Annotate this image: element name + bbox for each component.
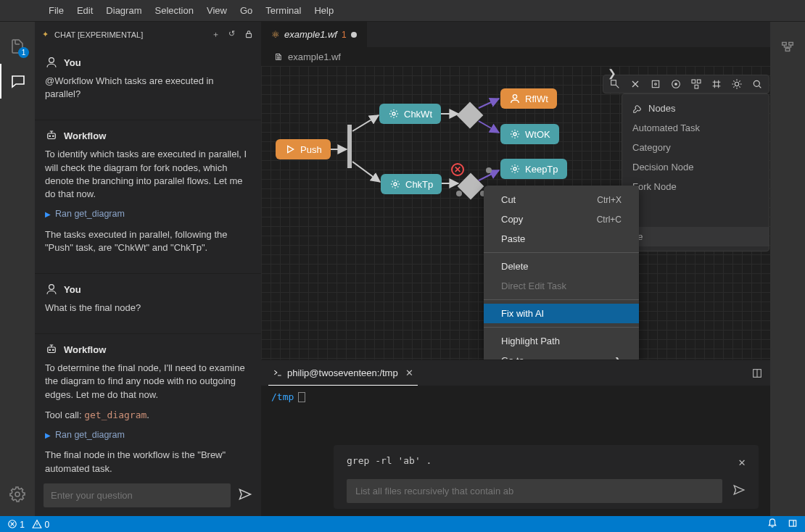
svg-point-8 [49, 349, 51, 351]
chevron-right-icon[interactable]: ❯ [608, 67, 616, 79]
close-icon[interactable] [629, 78, 641, 90]
activity-bar: 1 [0, 22, 35, 516]
node-chktp[interactable]: ChkTp [381, 174, 442, 194]
menu-diagram[interactable]: Diagram [99, 0, 148, 22]
svg-point-32 [513, 133, 516, 136]
gear-icon [388, 108, 400, 120]
breadcrumb-label: example1.wf [288, 51, 341, 62]
close-icon[interactable]: ✕ [738, 455, 746, 469]
grid-icon[interactable] [711, 78, 722, 90]
chat-sender: You [64, 57, 81, 68]
handle[interactable] [456, 191, 462, 196]
context-menu: CutCtrl+X CopyCtrl+C Paste Delete Direct… [484, 186, 639, 359]
svg-rect-40 [789, 520, 796, 525]
dirty-indicator: 1 [342, 30, 347, 40]
send-icon[interactable] [238, 487, 252, 504]
svg-rect-3 [48, 133, 56, 139]
ctx-fix-with-ai[interactable]: Fix with AI [484, 304, 639, 323]
node-push[interactable]: Push [276, 139, 331, 159]
diagram-toolbar [603, 75, 769, 93]
layout-icon[interactable] [690, 78, 702, 90]
ctx-sep [484, 327, 639, 328]
error-marker[interactable]: ✕ [451, 163, 464, 176]
activity-chat[interactable] [0, 64, 35, 99]
node-type-option[interactable]: Category [622, 138, 769, 157]
ctx-paste[interactable]: Paste [484, 229, 639, 249]
diagram-canvas[interactable]: ❯ Nodes Automated Task Category Decision… [261, 66, 770, 359]
history-icon[interactable]: ↺ [228, 29, 235, 41]
svg-point-9 [53, 349, 54, 351]
ctx-copy[interactable]: CopyCtrl+C [484, 209, 639, 229]
activity-explorer[interactable]: 1 [0, 29, 35, 64]
node-chkwt[interactable]: ChkWt [379, 104, 441, 124]
terminal-body[interactable]: /tmp grep -rl 'ab' . ✕ [261, 386, 770, 516]
terminal-tab[interactable]: philip@twoseventeen:/tmp ✕ [268, 360, 418, 386]
editor-tab[interactable]: ⚛ example1.wf 1 [261, 22, 367, 47]
debug-icon[interactable] [731, 78, 743, 90]
outline-icon[interactable] [770, 29, 805, 64]
new-chat-icon[interactable]: ＋ [212, 29, 220, 41]
node-type-option[interactable]: Decision Node [622, 157, 769, 177]
search-icon[interactable] [751, 78, 763, 90]
svg-line-16 [479, 121, 499, 133]
center-icon[interactable] [670, 78, 682, 90]
lock-icon[interactable] [244, 29, 254, 41]
menu-file[interactable]: File [42, 0, 70, 22]
ctx-go-to[interactable]: Go to❯ [484, 351, 639, 359]
menu-selection[interactable]: Selection [148, 0, 199, 22]
menu-edit[interactable]: Edit [70, 0, 99, 22]
node-wtok[interactable]: WtOK [500, 124, 559, 144]
menu-view[interactable]: View [200, 0, 234, 22]
chat-sender: Workflow [64, 130, 106, 141]
node-rflwt[interactable]: RflWt [500, 88, 557, 109]
status-warnings[interactable]: 0 [32, 519, 49, 530]
menu-terminal[interactable]: Terminal [259, 0, 307, 22]
svg-point-0 [15, 492, 20, 496]
node-keeptp[interactable]: KeepTp [500, 159, 567, 179]
handle[interactable] [486, 167, 492, 173]
tool-run[interactable]: ▶Ran get_diagram [45, 429, 251, 442]
menu-help[interactable]: Help [307, 0, 340, 22]
fork-node[interactable] [347, 125, 352, 168]
svg-point-31 [513, 95, 516, 99]
node-type-option[interactable]: Fork Node [622, 177, 769, 196]
fit-icon[interactable] [650, 78, 661, 90]
notifications-icon[interactable] [767, 518, 777, 531]
node-more[interactable]: ge [622, 227, 769, 246]
tool-run[interactable]: ▶Ran get_diagram [45, 208, 251, 221]
terminal-path: /tmp [271, 391, 294, 402]
ctx-cut[interactable]: CutCtrl+X [484, 190, 639, 209]
close-icon[interactable]: ✕ [405, 367, 413, 378]
layout-icon[interactable] [788, 518, 798, 531]
activity-settings[interactable] [0, 477, 35, 512]
split-icon[interactable] [751, 367, 763, 379]
node-type-option[interactable]: Automated Task [622, 118, 769, 138]
gear-icon [389, 178, 401, 190]
svg-point-6 [49, 285, 54, 290]
select-icon[interactable] [609, 78, 621, 90]
ctx-highlight-path[interactable]: Highlight Path [484, 331, 639, 351]
person-icon [45, 56, 58, 69]
nodes-dropdown[interactable]: Nodes Automated Task Category Decision N… [622, 93, 769, 252]
suggested-command: grep -rl 'ab' . [347, 455, 432, 469]
menu-go[interactable]: Go [234, 0, 259, 22]
svg-point-5 [53, 136, 54, 137]
chat-message: Workflow To identify which tasks are exe… [35, 120, 261, 274]
chat-sender: You [64, 284, 81, 295]
svg-rect-18 [611, 80, 616, 86]
terminal-ai-input[interactable] [347, 479, 722, 503]
svg-rect-23 [692, 80, 695, 83]
chat-text: To identify which tasks are executed in … [45, 148, 251, 201]
workflow-file-icon: ⚛ [271, 29, 280, 40]
svg-point-27 [754, 80, 759, 86]
send-icon[interactable] [732, 483, 746, 499]
ctx-direct-edit: Direct Edit Task [484, 276, 639, 296]
nodes-dropdown-header[interactable]: Nodes [622, 99, 769, 118]
modified-dot-icon [351, 32, 357, 38]
ctx-delete[interactable]: Delete [484, 257, 639, 276]
status-errors[interactable]: 1 [7, 519, 25, 530]
statusbar: 1 0 [0, 516, 805, 532]
chat-input[interactable] [44, 483, 231, 507]
breadcrumb[interactable]: 🗎 example1.wf [261, 47, 770, 66]
tool-call: Tool call: get_diagram. [45, 409, 251, 422]
